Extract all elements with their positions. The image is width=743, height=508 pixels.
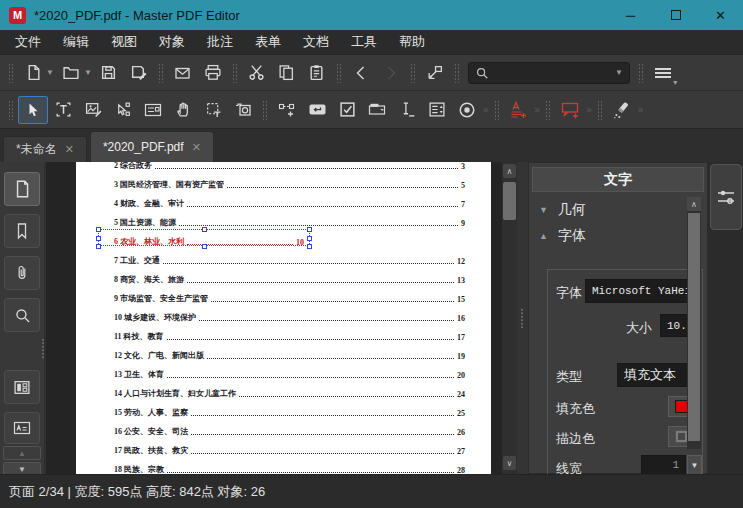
hand-tool-button[interactable] <box>168 96 198 124</box>
toolbar-grip[interactable] <box>638 63 644 83</box>
toc-row[interactable]: 3 国民经济管理、国有资产监管5 <box>114 171 465 190</box>
tab-close-icon[interactable]: ✕ <box>192 141 201 154</box>
selection-handle[interactable] <box>96 244 101 249</box>
menu-item[interactable]: 批注 <box>196 30 244 54</box>
add-combobox-field-tool-button[interactable] <box>362 96 392 124</box>
open-file-button[interactable] <box>56 59 86 87</box>
add-radio-button-tool-button[interactable] <box>452 96 482 124</box>
sidebar-signatures-button[interactable] <box>4 412 40 444</box>
minimize-button[interactable]: ─ <box>608 0 653 30</box>
open-file-dropdown-icon[interactable]: ▼ <box>84 68 92 77</box>
toc-row[interactable]: 17 民政、扶贫、救灾27 <box>114 437 465 456</box>
toc-row[interactable]: 14 人口与计划生育、妇女儿童工作24 <box>114 380 465 399</box>
edit-image-tool-button[interactable] <box>78 96 108 124</box>
menu-item[interactable]: 工具 <box>340 30 388 54</box>
toolbar-grip[interactable] <box>494 100 500 120</box>
selection-box[interactable] <box>98 229 310 246</box>
toc-row[interactable]: 11 科技、教育17 <box>114 323 465 342</box>
selection-handle[interactable] <box>307 236 312 241</box>
add-listbox-field-tool-button[interactable] <box>422 96 452 124</box>
scroll-down-button[interactable]: ∨ <box>503 456 516 470</box>
toc-row[interactable]: 5 国土资源、能源9 <box>114 209 465 228</box>
panel-scrollbar-thumb[interactable] <box>688 213 700 441</box>
toc-row-selected[interactable]: 6 农业、林业、水利10 <box>114 228 465 247</box>
panel-toggle-button[interactable] <box>710 164 742 230</box>
scrollbar-thumb[interactable] <box>503 182 516 220</box>
snapshot-tool-button[interactable] <box>228 96 258 124</box>
add-callout-annotation-tool-button[interactable] <box>555 96 585 124</box>
search-dropdown-icon[interactable]: ▼ <box>615 68 623 77</box>
document-tab[interactable]: *2020_PDF.pdf✕ <box>90 131 214 162</box>
toolbar-grip[interactable] <box>597 100 603 120</box>
toolbar-grip[interactable] <box>232 63 238 83</box>
email-button[interactable] <box>168 59 198 87</box>
new-document-button[interactable] <box>18 59 48 87</box>
toc-row[interactable]: 9 市场监管、安全生产监管15 <box>114 285 465 304</box>
add-text-field-tool-button[interactable] <box>392 96 422 124</box>
toolbar-grip[interactable] <box>545 100 551 120</box>
add-button-field-tool-button[interactable] <box>302 96 332 124</box>
paste-button[interactable] <box>302 59 332 87</box>
maximize-button[interactable] <box>653 0 698 30</box>
toolbar-overflow-icon[interactable]: » <box>535 104 541 115</box>
sidebar-form-fields-button[interactable] <box>4 370 40 404</box>
document-viewport[interactable]: 2 综合政务33 国民经济管理、国有资产监管54 财政、金融、审计75 国土资源… <box>46 162 502 474</box>
select-text-area-tool-button[interactable] <box>198 96 228 124</box>
sidebar-attachments-button[interactable] <box>4 256 40 290</box>
toolbar-grip[interactable] <box>158 63 164 83</box>
toc-row[interactable]: 12 文化、广电、新闻出版19 <box>114 342 465 361</box>
toc-row[interactable]: 16 公安、安全、司法26 <box>114 418 465 437</box>
cut-button[interactable] <box>242 59 272 87</box>
toc-row[interactable]: 8 商贸、海关、旅游13 <box>114 266 465 285</box>
tab-close-icon[interactable]: ✕ <box>65 143 74 156</box>
sidebar-pages-button[interactable] <box>4 172 40 206</box>
hamburger-dropdown-icon[interactable]: ▼ <box>672 79 679 86</box>
sidebar-splitter-handle[interactable] <box>41 338 45 360</box>
toolbar-grip[interactable] <box>262 100 268 120</box>
selection-handle[interactable] <box>96 227 101 232</box>
add-link-tool-button[interactable] <box>272 96 302 124</box>
selection-handle[interactable] <box>307 227 312 232</box>
menu-item[interactable]: 文件 <box>4 30 52 54</box>
edit-form-tool-button[interactable] <box>138 96 168 124</box>
document-tab[interactable]: *未命名✕ <box>3 136 87 162</box>
font-family-input[interactable]: Microsoft YaHei <box>585 279 701 303</box>
select-tool-button[interactable] <box>18 96 48 124</box>
toc-row[interactable]: 10 城乡建设、环境保护16 <box>114 304 465 323</box>
menu-item[interactable]: 文档 <box>292 30 340 54</box>
menu-item[interactable]: 对象 <box>148 30 196 54</box>
line-width-dropdown-button[interactable]: ▼ <box>687 455 702 475</box>
panel-scrollbar[interactable]: ∧ <box>687 197 701 449</box>
forward-button[interactable] <box>376 59 406 87</box>
toolbar-grip[interactable] <box>454 63 460 83</box>
toolbar-overflow-icon[interactable]: » <box>483 104 489 115</box>
edit-text-tool-button[interactable] <box>48 96 78 124</box>
sidebar-scroll-up-button[interactable]: ▲ <box>3 446 41 460</box>
fit-page-button[interactable] <box>420 59 450 87</box>
document-scrollbar[interactable]: ∧ ∨ <box>502 162 517 474</box>
toolbar-grip[interactable] <box>8 100 14 120</box>
menu-item[interactable]: 帮助 <box>388 30 436 54</box>
toc-row[interactable]: 18 民族、宗教28 <box>114 456 465 474</box>
new-document-dropdown-icon[interactable]: ▼ <box>46 68 54 77</box>
search-box[interactable]: ▼ <box>468 62 630 84</box>
toolbar-grip[interactable] <box>8 63 14 83</box>
selection-handle[interactable] <box>202 227 207 232</box>
sidebar-search-button[interactable] <box>4 298 40 332</box>
toolbar-grip[interactable] <box>336 63 342 83</box>
add-text-annotation-tool-button[interactable] <box>504 96 534 124</box>
line-width-input[interactable]: 1 <box>641 455 686 475</box>
toc-row[interactable]: 7 工业、交通12 <box>114 247 465 266</box>
edit-path-tool-button[interactable] <box>108 96 138 124</box>
panel-splitter-handle[interactable] <box>520 308 524 330</box>
pdf-page[interactable]: 2 综合政务33 国民经济管理、国有资产监管54 财政、金融、审计75 国土资源… <box>76 162 491 474</box>
section-geometry[interactable]: ▼ 几何 <box>539 201 586 219</box>
section-font[interactable]: ▲ 字体 <box>539 227 586 245</box>
toolbar-overflow-icon[interactable]: » <box>586 104 592 115</box>
toc-row[interactable]: 2 综合政务3 <box>114 162 465 171</box>
selection-handle[interactable] <box>96 236 101 241</box>
save-as-button[interactable] <box>124 59 154 87</box>
menu-item[interactable]: 视图 <box>100 30 148 54</box>
back-button[interactable] <box>346 59 376 87</box>
menu-item[interactable]: 编辑 <box>52 30 100 54</box>
